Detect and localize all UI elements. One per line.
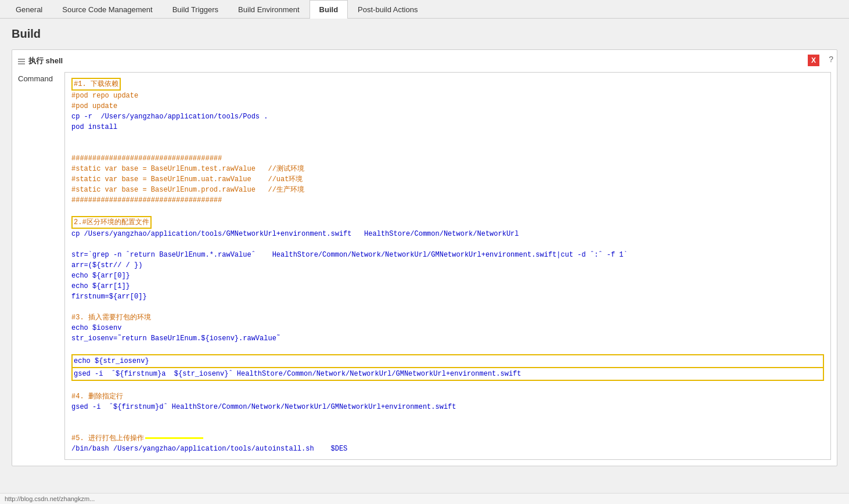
execute-shell-section: 执行 shell X ? Command #1. 下载依赖 #pod repo … (12, 49, 837, 466)
nav-tabs: General Source Code Management Build Tri… (0, 0, 849, 19)
tab-build-environment[interactable]: Build Environment (228, 0, 310, 19)
drag-handle (18, 57, 25, 64)
code-content: #1. 下载依赖 #pod repo update #pod update cp… (68, 75, 828, 456)
tab-source-code[interactable]: Source Code Management (52, 0, 162, 19)
command-editor[interactable]: #1. 下载依赖 #pod repo update #pod update cp… (64, 72, 831, 460)
highlight-line1: #1. 下载依赖 (71, 78, 121, 91)
tab-general[interactable]: General (6, 0, 52, 19)
page-content: Build 执行 shell X ? Command #1. 下载依赖 #pod… (0, 19, 849, 475)
highlight-section2: 2.#区分环境的配置文件 (71, 216, 152, 229)
close-button[interactable]: X (808, 55, 819, 66)
command-row: Command #1. 下载依赖 #pod repo update #pod u… (18, 72, 831, 460)
tab-build[interactable]: Build (310, 0, 348, 19)
tab-post-build[interactable]: Post-build Actions (348, 0, 427, 19)
section-title: 执行 shell (28, 56, 63, 66)
tab-build-triggers[interactable]: Build Triggers (163, 0, 228, 19)
page-title: Build (12, 27, 837, 41)
command-label: Command (18, 72, 59, 83)
section-header: 执行 shell (18, 56, 831, 66)
help-icon[interactable]: ? (829, 55, 833, 64)
